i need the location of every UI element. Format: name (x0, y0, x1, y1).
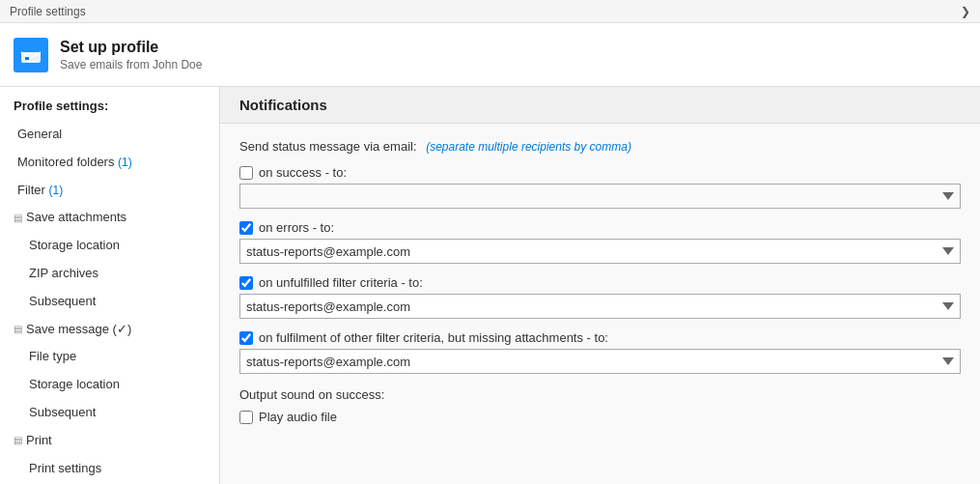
on-success-select-row (239, 184, 961, 209)
on-fulfilment-checkbox-row: on fulfilment of other filter criteria, … (239, 330, 961, 345)
on-errors-checkbox-row: on errors - to: (239, 220, 961, 235)
sidebar-item-storage-location-2[interactable]: Storage location (0, 371, 219, 399)
sidebar-item-print[interactable]: ▤ Print (0, 427, 219, 455)
sidebar-item-label: Monitored folders (1) (17, 155, 132, 169)
on-success-checkbox[interactable] (239, 166, 253, 180)
on-errors-select-row: status-reports@example.com (239, 239, 961, 264)
sidebar-item-save-message[interactable]: ▤ Save message (✓) (0, 316, 219, 344)
header-title: Set up profile (60, 39, 202, 56)
sidebar-item-subsequent-1[interactable]: Subsequent (0, 288, 219, 316)
sidebar-item-label: Print settings (29, 461, 101, 475)
play-audio-checkbox-row: Play audio file (239, 410, 961, 424)
svg-rect-1 (21, 47, 41, 52)
sidebar-item-label: File type (29, 349, 76, 363)
sidebar-item-label: Save attachments (26, 208, 126, 228)
output-sound-label: Output sound on success: (239, 387, 961, 402)
main-content: Profile settings: General Monitored fold… (0, 87, 980, 484)
sidebar-item-label: Save message (✓) (26, 320, 131, 340)
on-fulfilment-select-row: status-reports@example.com (239, 349, 961, 374)
sidebar-item-filter[interactable]: Filter (1) (0, 177, 219, 205)
on-unfulfilled-label[interactable]: on unfulfilled filter criteria - to: (259, 275, 423, 290)
send-status-label: Send status message via email: (239, 139, 417, 154)
sidebar-item-label: General (17, 127, 62, 141)
on-unfulfilled-select-row: status-reports@example.com (239, 294, 961, 319)
top-bar: Profile settings ❯ (0, 0, 980, 23)
content-heading: Notifications (220, 87, 980, 124)
on-errors-checkbox[interactable] (239, 221, 253, 235)
sidebar-item-print-settings[interactable]: Print settings (0, 455, 219, 483)
sidebar-heading: Profile settings: (0, 87, 219, 121)
on-unfulfilled-checkbox-row: on unfulfilled filter criteria - to: (239, 275, 961, 290)
content-panel: Notifications Send status message via em… (220, 87, 980, 484)
output-sound-divider: Output sound on success: (239, 387, 961, 402)
profile-icon (14, 38, 48, 72)
expand-icon: ▤ (14, 322, 22, 337)
sidebar-item-general[interactable]: General (0, 121, 219, 149)
on-success-checkbox-row: on success - to: (239, 165, 961, 180)
header-text: Set up profile Save emails from John Doe (60, 39, 202, 71)
on-unfulfilled-checkbox[interactable] (239, 276, 253, 290)
send-status-row: Send status message via email: (separate… (239, 139, 961, 154)
on-fulfilment-checkbox[interactable] (239, 331, 253, 345)
header-subtitle: Save emails from John Doe (60, 58, 202, 71)
sidebar: Profile settings: General Monitored fold… (0, 87, 220, 484)
on-success-label[interactable]: on success - to: (259, 165, 347, 180)
header-section: Set up profile Save emails from John Doe (0, 23, 980, 87)
sidebar-item-monitored-folders[interactable]: Monitored folders (1) (0, 149, 219, 177)
sidebar-item-label: Filter (1) (17, 183, 63, 197)
on-unfulfilled-select[interactable]: status-reports@example.com (239, 294, 961, 319)
sidebar-item-label: Storage location (29, 377, 120, 391)
on-fulfilment-label[interactable]: on fulfilment of other filter criteria, … (259, 330, 608, 345)
sidebar-item-label: Print (26, 431, 52, 451)
on-success-select[interactable] (239, 184, 961, 209)
on-errors-label[interactable]: on errors - to: (259, 220, 334, 235)
play-audio-checkbox[interactable] (239, 411, 253, 424)
sidebar-item-zip-archives-1[interactable]: ZIP archives (0, 260, 219, 288)
content-body: Send status message via email: (separate… (220, 124, 980, 443)
sidebar-item-label: ZIP archives (29, 266, 98, 280)
send-status-hint: (separate multiple recipients by comma) (426, 140, 631, 154)
sidebar-item-label: Subsequent (29, 405, 96, 419)
svg-rect-2 (25, 57, 29, 60)
sidebar-item-save-attachments[interactable]: ▤ Save attachments (0, 204, 219, 232)
play-audio-label[interactable]: Play audio file (259, 410, 337, 424)
on-errors-select[interactable]: status-reports@example.com (239, 239, 961, 264)
sidebar-item-subsequent-2[interactable]: Subsequent (0, 399, 219, 427)
expand-icon: ▤ (14, 433, 22, 448)
on-fulfilment-select[interactable]: status-reports@example.com (239, 349, 961, 374)
sidebar-item-label: Subsequent (29, 294, 96, 308)
sidebar-item-label: Storage location (29, 238, 120, 252)
top-bar-title: Profile settings (10, 5, 86, 18)
expand-icon: ▤ (14, 211, 22, 226)
sidebar-item-file-type[interactable]: File type (0, 343, 219, 371)
sidebar-item-storage-location-1[interactable]: Storage location (0, 232, 219, 260)
top-bar-chevron: ❯ (961, 5, 970, 18)
